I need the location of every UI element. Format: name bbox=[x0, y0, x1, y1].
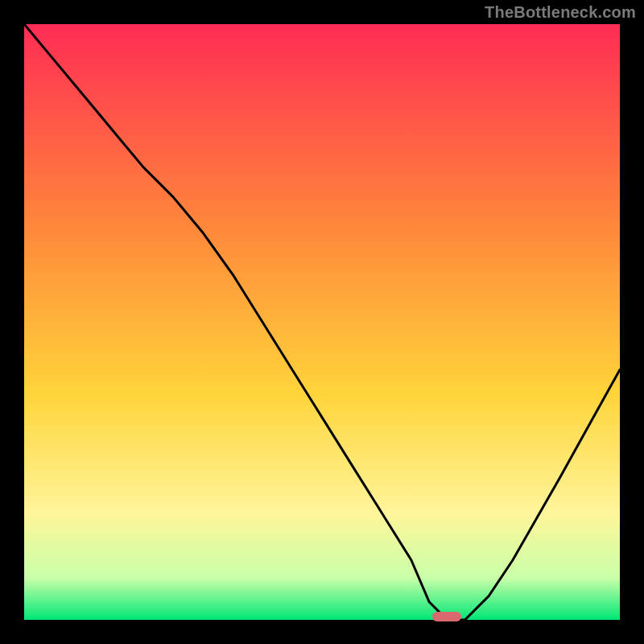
optimal-marker bbox=[432, 612, 461, 621]
bottleneck-chart bbox=[24, 24, 620, 620]
outer-frame: TheBottleneck.com bbox=[0, 0, 644, 644]
watermark-text: TheBottleneck.com bbox=[485, 3, 636, 22]
